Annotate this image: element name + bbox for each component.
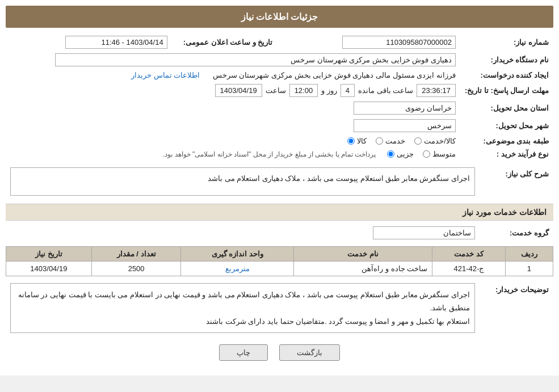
cell-name: ساخت جاده و راه‌آهن [294,262,432,276]
announce-date-label: تاریخ و ساعت اعلان عمومی: [172,33,278,51]
cell-row: 1 [505,262,553,276]
need-desc-label: شرح کلی نیاز: [480,165,553,198]
province-value: خراسان رضوی [354,102,456,115]
print-button[interactable]: چاپ [219,344,268,361]
col-date: تاریخ نیاز [6,247,92,262]
category-radio-group: کالا/خدمت خدمت کالا [10,137,456,145]
requester-label: ایجاد کننده درخواست: [460,69,553,82]
page-title: جزئیات اطلاعات نیاز [241,12,318,22]
col-unit: واحد اندازه گیری [181,247,294,262]
need-number-label: شماره نیاز: [460,33,553,51]
reply-date-value: 1403/04/19 [215,84,262,97]
requester-value: فرزانه ایزدی مسئول مالی دهیاری فوش خزایی… [213,71,456,79]
category-kala[interactable]: کالا [347,137,367,145]
purchase-mutawassit[interactable]: متوسط [423,150,456,158]
reply-remaining-label: ساعت باقی مانده [358,86,413,95]
purchase-juzii[interactable]: جزیی [387,150,414,158]
cell-qty: 2500 [91,262,181,276]
info-table: شماره نیاز: 1103095807000002 تاریخ و ساع… [6,33,553,161]
category-label: طبقه بندی موضوعی: [460,134,553,147]
city-label: شهر محل تحویل: [460,117,553,134]
need-desc-table: شرح کلی نیاز: اجرای سنگفرش معابر طبق است… [6,165,553,198]
announce-date-value: 1403/04/14 - 11:46 [65,36,167,49]
buyer-notes-label: توضیحات خریدار: [480,281,553,335]
col-qty: تعداد / مقدار [91,247,181,262]
back-button[interactable]: بازگشت [279,344,340,361]
purchase-type-group: متوسط جزیی [387,150,456,158]
cell-unit: مترمربع [181,262,294,276]
service-group-table: گروه خدمت: ساختمان [6,224,553,242]
reply-days-label: روز و [321,86,337,95]
category-khidmat[interactable]: خدمت [376,137,405,145]
buyer-org-label: نام دستگاه خریدار: [460,51,553,69]
buyer-notes-table: توضیحات خریدار: اجرای سنگفرش معابر طبق ا… [6,281,553,335]
page-header: جزئیات اطلاعات نیاز [6,6,553,28]
service-group-label: گروه خدمت: [480,224,553,242]
reply-days-value: 4 [341,84,355,97]
province-label: استان محل تحویل: [460,99,553,117]
buttons-row: بازگشت چاپ [6,344,553,370]
buyer-notes-value: اجرای سنگفرش معابر طبق استعلام پیوست می … [10,283,475,333]
contact-link[interactable]: اطلاعات تماس خریدار [131,71,200,79]
buyer-org-value: دهیاری فوش خزایی بخش مرکزی شهرستان سرخس [55,53,456,66]
table-row: 1 ج-42-421 ساخت جاده و راه‌آهن مترمربع 2… [6,262,553,276]
reply-time-value: 12:00 [289,84,318,97]
category-kala-khidmat[interactable]: کالا/خدمت [414,137,456,145]
services-section-header: اطلاعات خدمات مورد نیاز [6,204,553,221]
cell-code: ج-42-421 [432,262,505,276]
col-code: کد خدمت [432,247,505,262]
reply-deadline-label: مهلت ارسال پاسخ: تا تاریخ: [460,82,553,99]
col-name: نام خدمت [294,247,432,262]
need-desc-value: اجرای سنگفرش معابر طبق استعلام پیوست می … [10,167,475,196]
reply-remaining-value: 23:36:17 [417,84,456,97]
col-row: ردیف [505,247,553,262]
purchase-type-label: نوع فرآیند خرید : [460,147,553,161]
cell-date: 1403/04/19 [6,262,92,276]
city-value: سرخس [354,119,456,132]
reply-time-label: ساعت [266,86,286,95]
services-table: ردیف کد خدمت نام خدمت واحد اندازه گیری ت… [6,246,553,276]
service-group-value: ساختمان [373,226,475,239]
need-number-value: 1103095807000002 [342,36,456,49]
purchase-note: پرداخت تمام یا بخشی از مبلغ خریدار از مح… [163,150,376,158]
